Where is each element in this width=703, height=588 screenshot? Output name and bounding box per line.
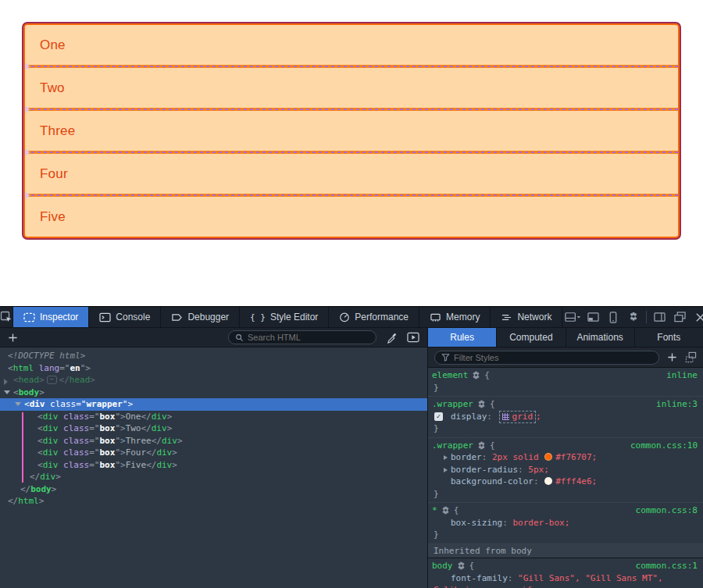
css-token: :	[482, 452, 492, 462]
css-token: box-sizing	[451, 518, 502, 528]
rule-selector[interactable]: body	[432, 560, 453, 572]
responsive-mode-button[interactable]	[603, 308, 623, 326]
color-swatch[interactable]	[544, 477, 552, 485]
code-token: ="	[89, 423, 99, 433]
eyedropper-button[interactable]	[386, 332, 398, 344]
search-html-input[interactable]	[248, 333, 369, 342]
class-toggle-button[interactable]	[685, 351, 697, 363]
tab-debugger[interactable]: Debugger	[161, 307, 240, 327]
select-iframe-button[interactable]	[562, 308, 583, 326]
rule-gear-icon[interactable]	[477, 441, 486, 450]
dock-sidebar-icon	[654, 312, 666, 323]
markup-line[interactable]: <body>	[0, 387, 427, 399]
tab-memory[interactable]: Memory	[419, 307, 491, 327]
markup-line[interactable]: </html>	[0, 495, 427, 508]
pick-element-button[interactable]	[0, 307, 13, 327]
add-rule-button[interactable]	[667, 352, 677, 362]
close-brace: }	[428, 422, 703, 435]
code-token: ">	[115, 412, 125, 422]
css-rules[interactable]: element{inline}.wrapper{inline:3✓display…	[428, 368, 703, 588]
tab-label: Style Editor	[270, 312, 318, 323]
rule-gear-icon[interactable]	[472, 371, 480, 380]
code-token: </	[59, 375, 70, 385]
tab-console[interactable]: Console	[89, 307, 161, 327]
markup-line[interactable]: <div class="wrapper">	[0, 398, 427, 411]
markup-line[interactable]: <div class="box">Two</div>	[0, 422, 427, 435]
filter-styles-input[interactable]	[454, 353, 652, 362]
code-token: >	[90, 375, 95, 385]
sidebar-tab-label: Animations	[576, 332, 623, 343]
css-rule: .wrapper{inline:3✓display: grid;}	[428, 397, 703, 438]
stylesheet-link[interactable]: common.css:10	[630, 440, 698, 452]
rules-panel: RulesComputedAnimationsFonts element{inl…	[428, 328, 703, 588]
paint-flashing-button[interactable]	[407, 332, 419, 343]
css-declaration[interactable]: font-family: "Gill Sans", "Gill Sans MT"…	[428, 572, 703, 588]
css-declaration[interactable]: box-sizing: border-box;	[428, 517, 703, 529]
tab-inspector[interactable]: Inspector	[13, 307, 89, 327]
devtools-panel: InspectorConsoleDebugger{ }Style EditorP…	[0, 306, 703, 588]
sidebar-tab-computed[interactable]: Computed	[497, 328, 566, 347]
stylesheet-link[interactable]: inline	[666, 369, 698, 382]
dock-sidebar-button[interactable]	[649, 308, 669, 326]
markup-line[interactable]: <html lang="en">	[0, 362, 427, 375]
rule-selector[interactable]: .wrapper	[432, 440, 473, 452]
tab-performance[interactable]: Performance	[329, 307, 419, 327]
inherited-from-header: Inherited from body	[428, 544, 703, 559]
color-swatch[interactable]	[544, 453, 552, 461]
markup-line[interactable]: <div class="box">Five</div>	[0, 459, 427, 472]
css-declaration[interactable]: border-radius: 5px;	[428, 464, 703, 476]
css-declaration[interactable]: ✓display: grid;	[428, 411, 703, 423]
code-token: <	[37, 447, 43, 458]
sidebar-tab-fonts[interactable]: Fonts	[635, 328, 703, 347]
sidebar-tab-rules[interactable]: Rules	[428, 328, 497, 347]
add-node-button[interactable]	[8, 333, 18, 343]
code-token: class	[45, 399, 77, 409]
markup-line[interactable]: <div class="box">One</div>	[0, 411, 427, 423]
inspector-icon	[23, 312, 35, 323]
separate-window-button[interactable]	[669, 308, 690, 326]
markup-line[interactable]: <!DOCTYPE html>	[0, 350, 427, 362]
code-token: ">	[115, 436, 125, 446]
code-token: >	[177, 436, 183, 446]
expand-arrow-icon[interactable]	[444, 468, 448, 472]
tab-label: Performance	[355, 312, 409, 323]
grid-box: Five	[25, 197, 678, 237]
markup-line[interactable]: </body>	[0, 483, 427, 496]
stylesheet-link[interactable]: common.css:1	[636, 560, 698, 572]
grid-icon[interactable]	[502, 413, 509, 420]
search-html-box[interactable]	[228, 330, 376, 344]
stylesheet-link[interactable]: common.css:8	[636, 504, 698, 517]
rule-gear-icon[interactable]	[441, 506, 450, 515]
collapse-arrow-icon[interactable]	[15, 402, 21, 406]
rule-selector[interactable]: .wrapper	[432, 398, 473, 411]
tab-network[interactable]: Network	[491, 307, 562, 327]
collapse-arrow-icon[interactable]	[4, 390, 10, 394]
tab-style-editor[interactable]: { }Style Editor	[240, 307, 329, 327]
expand-arrow-icon[interactable]	[444, 455, 448, 460]
filter-styles-box[interactable]	[434, 351, 659, 365]
rule-selector[interactable]: *	[432, 504, 437, 517]
markup-line[interactable]: <head>–</head>	[0, 374, 427, 387]
declaration-checkbox[interactable]: ✓	[434, 412, 443, 421]
settings-button[interactable]	[623, 308, 644, 326]
css-declaration[interactable]: background-color: #fff4e6;	[428, 476, 703, 488]
code-token: <	[24, 399, 30, 409]
code-token: body	[19, 387, 40, 397]
split-console-button[interactable]	[583, 308, 603, 326]
rule-gear-icon[interactable]	[457, 561, 466, 570]
grid-toggle[interactable]: grid	[499, 411, 537, 423]
rule-selector[interactable]: element	[432, 369, 468, 382]
add-node-icon	[8, 333, 18, 343]
rule-gear-icon[interactable]	[477, 400, 486, 408]
expand-arrow-icon[interactable]	[4, 379, 8, 385]
html-tree[interactable]: <!DOCTYPE html><html lang="en"><head>–</…	[0, 347, 427, 588]
sidebar-tab-animations[interactable]: Animations	[566, 328, 635, 347]
code-token: head	[19, 375, 40, 385]
stylesheet-link[interactable]: inline:3	[656, 398, 698, 411]
code-token: <	[37, 423, 43, 433]
markup-line[interactable]: </div>	[0, 471, 427, 483]
css-declaration[interactable]: border: 2px solid #f76707;	[428, 451, 703, 464]
markup-line[interactable]: <div class="box">Three</div>	[0, 435, 427, 447]
close-button[interactable]	[690, 308, 703, 326]
markup-line[interactable]: <div class="box">Four</div>	[0, 447, 427, 459]
